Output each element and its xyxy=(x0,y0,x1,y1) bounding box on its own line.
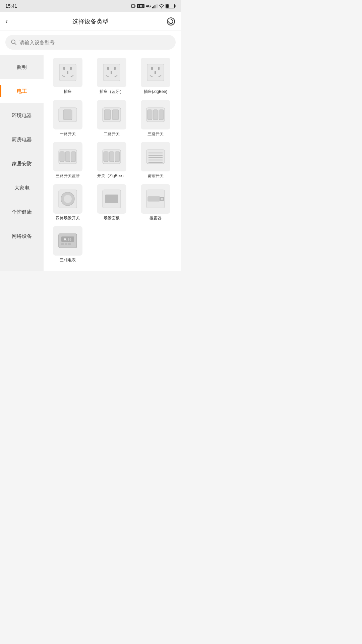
sidebar-item-env[interactable]: 环境电器 xyxy=(0,103,44,127)
svg-rect-0 xyxy=(131,5,135,7)
device-switch-zb[interactable]: 开关（ZigBee） xyxy=(90,142,133,179)
svg-rect-4 xyxy=(154,6,155,8)
device-switch3bt[interactable]: 三路开关蓝牙 xyxy=(46,142,89,179)
switch1-label: 一路开关 xyxy=(60,131,76,137)
header-right-icon[interactable] xyxy=(164,17,176,26)
device-switch1[interactable]: 一路开关 xyxy=(46,100,89,137)
svg-rect-47 xyxy=(104,152,108,162)
sidebar-item-kitchen[interactable]: 厨房电器 xyxy=(0,127,44,152)
device-scene4[interactable]: 四路场景开关 xyxy=(46,184,89,221)
svg-rect-39 xyxy=(147,110,152,120)
status-icons: HD 4G xyxy=(130,3,176,9)
svg-rect-3 xyxy=(152,7,153,8)
svg-rect-16 xyxy=(63,67,65,70)
svg-line-14 xyxy=(15,43,16,45)
svg-text:0.00: 0.00 xyxy=(64,238,71,241)
svg-point-58 xyxy=(64,195,72,203)
svg-rect-70 xyxy=(68,243,71,245)
header: ‹ 选择设备类型 xyxy=(0,12,181,31)
svg-rect-18 xyxy=(67,71,68,74)
svg-rect-23 xyxy=(114,67,116,70)
switch3bt-icon-box xyxy=(53,142,82,171)
search-input[interactable] xyxy=(19,40,170,45)
search-box[interactable] xyxy=(5,35,176,50)
svg-rect-9 xyxy=(175,5,176,7)
sidebar-item-security[interactable]: 家居安防 xyxy=(0,152,44,176)
svg-rect-10 xyxy=(166,4,169,8)
status-time: 15:41 xyxy=(5,3,17,9)
sidebar-item-lighting[interactable]: 照明 xyxy=(0,55,44,79)
device-scenepanel[interactable]: 场景面板 xyxy=(90,184,133,221)
switch-zb-label: 开关（ZigBee） xyxy=(97,173,126,179)
device-row-3: 三路开关蓝牙 开关（ZigBee） xyxy=(46,142,178,179)
back-button[interactable]: ‹ xyxy=(5,17,17,26)
device-row-4: 四路场景开关 场景面板 xyxy=(46,184,178,221)
svg-rect-60 xyxy=(105,195,118,203)
device-row-1: 插座 插座（蓝牙） xyxy=(46,58,178,95)
svg-rect-40 xyxy=(153,110,158,120)
socket-label: 插座 xyxy=(64,89,72,95)
svg-rect-2 xyxy=(135,5,136,7)
socket-icon-box xyxy=(53,58,82,87)
window-label: 推窗器 xyxy=(149,216,162,221)
hd-badge: HD xyxy=(137,4,144,8)
svg-rect-17 xyxy=(70,67,72,70)
socket-zb-label: 插座(ZigBee) xyxy=(144,89,167,95)
svg-point-64 xyxy=(161,198,163,200)
device-socket[interactable]: 插座 xyxy=(46,58,89,95)
sidebar-item-network[interactable]: 网络设备 xyxy=(0,224,44,248)
svg-rect-68 xyxy=(61,243,64,245)
svg-rect-41 xyxy=(159,110,164,120)
svg-rect-48 xyxy=(109,152,114,162)
svg-rect-69 xyxy=(65,243,67,245)
curtain-icon-box xyxy=(141,142,170,171)
svg-rect-62 xyxy=(148,197,160,201)
svg-rect-50 xyxy=(146,150,165,164)
svg-rect-37 xyxy=(112,110,119,120)
socket-zb-icon-box xyxy=(141,58,170,87)
sidebar-item-appliance[interactable]: 大家电 xyxy=(0,176,44,200)
switch2-label: 二路开关 xyxy=(104,131,120,137)
device-meter3[interactable]: 0.00 三相电表 xyxy=(46,226,89,263)
switch2-icon-box xyxy=(97,100,126,129)
meter3-label: 三相电表 xyxy=(60,258,76,263)
svg-rect-28 xyxy=(151,67,153,70)
switch3bt-label: 三路开关蓝牙 xyxy=(56,173,80,179)
sidebar-item-electrical[interactable]: 电工 xyxy=(0,79,44,103)
main-content: 照明 电工 环境电器 厨房电器 家居安防 大家电 个护健康 网络设备 xyxy=(0,55,181,271)
status-bar: 15:41 HD 4G xyxy=(0,0,181,12)
sidebar-item-health[interactable]: 个护健康 xyxy=(0,200,44,224)
switch-zb-icon-box xyxy=(97,142,126,171)
svg-rect-7 xyxy=(157,4,158,9)
svg-point-11 xyxy=(167,18,175,25)
svg-rect-43 xyxy=(60,152,64,162)
svg-rect-6 xyxy=(156,4,157,9)
device-switch3[interactable]: 三路开关 xyxy=(134,100,177,137)
page-title: 选择设备类型 xyxy=(72,17,109,25)
svg-rect-45 xyxy=(71,152,76,162)
svg-rect-49 xyxy=(115,152,120,162)
switch1-icon-box xyxy=(53,100,82,129)
device-window[interactable]: 推窗器 xyxy=(134,184,177,221)
scene4-icon-box xyxy=(53,184,82,214)
meter3-icon-box: 0.00 xyxy=(53,226,82,256)
window-icon-box xyxy=(141,184,170,214)
scene4-label: 四路场景开关 xyxy=(56,216,80,221)
device-grid: 插座 插座（蓝牙） xyxy=(44,55,181,271)
svg-rect-24 xyxy=(111,71,112,74)
search-icon xyxy=(11,39,17,45)
device-socket-bt[interactable]: 插座（蓝牙） xyxy=(90,58,133,95)
device-switch2[interactable]: 二路开关 xyxy=(90,100,133,137)
sidebar: 照明 电工 环境电器 厨房电器 家居安防 大家电 个护健康 网络设备 xyxy=(0,55,44,271)
device-curtain[interactable]: 窗帘开关 xyxy=(134,142,177,179)
svg-marker-12 xyxy=(168,21,169,22)
switch3-icon-box xyxy=(141,100,170,129)
device-socket-zb[interactable]: 插座(ZigBee) xyxy=(134,58,177,95)
scenepanel-label: 场景面板 xyxy=(104,216,120,221)
device-row-2: 一路开关 二路开关 xyxy=(46,100,178,137)
svg-rect-44 xyxy=(65,152,70,162)
switch3-label: 三路开关 xyxy=(147,131,164,137)
svg-rect-34 xyxy=(63,110,72,120)
socket-bt-icon-box xyxy=(97,58,126,87)
4g-badge: 4G xyxy=(146,4,151,8)
